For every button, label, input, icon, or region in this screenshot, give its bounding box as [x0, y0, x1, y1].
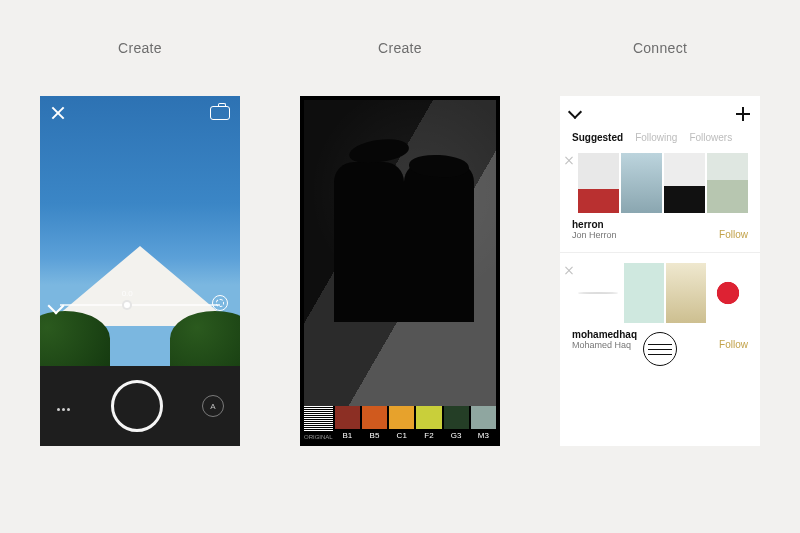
thumbnail-strip[interactable] — [578, 153, 748, 213]
display-name: Jon Herron — [572, 230, 617, 240]
shutter-button[interactable] — [111, 380, 163, 432]
settings-gear-icon[interactable] — [212, 295, 228, 311]
connect-screen: Suggested Following Followers herron Jon… — [560, 96, 760, 446]
divider — [560, 252, 760, 253]
follow-button[interactable]: Follow — [719, 229, 748, 240]
filter-label: F2 — [424, 431, 433, 440]
camera-viewfinder: 0.0 — [40, 96, 240, 366]
switch-camera-icon[interactable] — [210, 106, 230, 120]
filter-label: B5 — [370, 431, 380, 440]
column-title-camera: Create — [118, 40, 162, 56]
exposure-knob[interactable] — [122, 300, 132, 310]
add-icon[interactable] — [736, 107, 750, 121]
follow-button[interactable]: Follow — [719, 339, 748, 350]
camera-screen: 0.0 A — [40, 96, 240, 446]
collapse-chevron-icon[interactable] — [568, 105, 582, 119]
mode-label: A — [210, 402, 215, 411]
filter-b5[interactable]: B5 — [362, 406, 387, 442]
username[interactable]: herron — [572, 219, 617, 230]
exposure-value: 0.0 — [122, 289, 133, 298]
close-icon[interactable] — [50, 105, 66, 121]
mode-toggle-button[interactable]: A — [202, 395, 224, 417]
username[interactable]: mohamedhaq — [572, 329, 637, 340]
thumbnail-strip[interactable] — [578, 263, 748, 323]
dismiss-icon[interactable] — [564, 155, 574, 165]
more-options-icon[interactable] — [56, 397, 71, 415]
tab-followers[interactable]: Followers — [689, 132, 732, 143]
user-card: herron Jon Herron Follow — [560, 149, 760, 250]
filter-m3[interactable]: M3 — [471, 406, 496, 442]
user-card: mohamedhaq Mohamed Haq Follow — [560, 259, 760, 360]
column-title-connect: Connect — [633, 40, 687, 56]
filter-g3[interactable]: G3 — [444, 406, 469, 442]
connect-tabs: Suggested Following Followers — [560, 132, 760, 149]
filter-label: ORIGINAL — [304, 434, 333, 440]
camera-bottom-bar: A — [40, 366, 240, 446]
filter-b1[interactable]: B1 — [335, 406, 360, 442]
filter-label: M3 — [478, 431, 489, 440]
editor-image[interactable] — [304, 100, 496, 406]
avatar-placeholder — [578, 292, 618, 294]
filter-f2[interactable]: F2 — [416, 406, 441, 442]
filter-c1[interactable]: C1 — [389, 406, 414, 442]
filter-label: C1 — [397, 431, 407, 440]
tab-suggested[interactable]: Suggested — [572, 132, 623, 143]
filter-tray: ORIGINALB1B5C1F2G3M3 — [304, 406, 496, 442]
globe-overlay-icon — [643, 332, 677, 366]
filter-label: G3 — [451, 431, 462, 440]
display-name: Mohamed Haq — [572, 340, 637, 350]
tab-following[interactable]: Following — [635, 132, 677, 143]
filter-label: B1 — [342, 431, 352, 440]
exposure-slider[interactable]: 0.0 — [60, 304, 220, 306]
editor-screen: ORIGINALB1B5C1F2G3M3 — [300, 96, 500, 446]
column-title-editor: Create — [378, 40, 422, 56]
filter-original[interactable]: ORIGINAL — [304, 406, 333, 442]
dismiss-icon[interactable] — [564, 265, 574, 275]
